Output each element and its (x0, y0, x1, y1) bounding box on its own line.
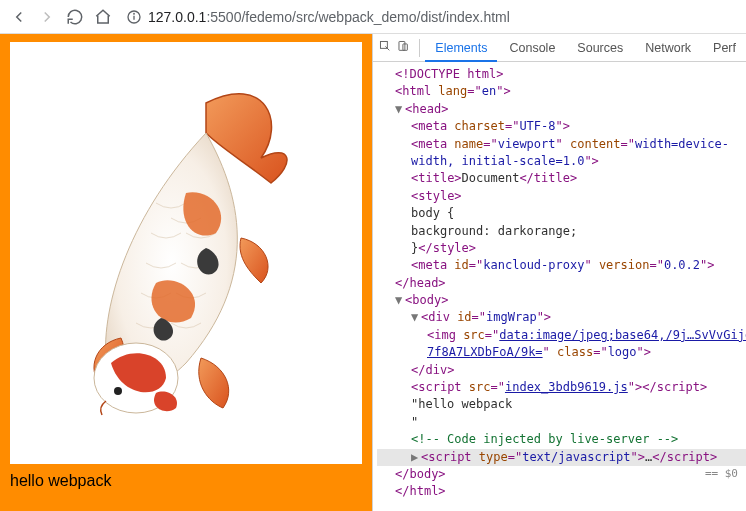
dom-node[interactable]: </body> (377, 466, 746, 483)
dom-node[interactable]: <style> (377, 188, 746, 205)
tab-console[interactable]: Console (499, 34, 565, 62)
dom-node[interactable]: <img src="data:image/jpeg;base64,/9j…SvV… (377, 327, 746, 344)
dom-text[interactable]: background: darkorange; (377, 223, 746, 240)
dom-tree[interactable]: <!DOCTYPE html> <html lang="en"> ▼<head>… (373, 62, 746, 511)
img-wrap (10, 42, 362, 464)
browser-toolbar: 127.0.0.1:5500/fedemo/src/webpack_demo/d… (0, 0, 746, 34)
page-viewport: hello webpack (0, 34, 372, 511)
hello-text: hello webpack (10, 472, 362, 490)
dom-node[interactable]: <meta name="viewport" content="width=dev… (377, 136, 746, 153)
dom-comment[interactable]: <!-- Code injected by live-server --> (377, 431, 746, 448)
site-info-icon[interactable] (126, 9, 142, 25)
device-toggle-icon[interactable] (397, 40, 409, 56)
dom-node[interactable]: <!DOCTYPE html> (377, 66, 746, 83)
dom-text[interactable]: " (377, 414, 746, 431)
dom-node[interactable]: <meta charset="UTF-8"> (377, 118, 746, 135)
tab-network[interactable]: Network (635, 34, 701, 62)
tab-elements[interactable]: Elements (425, 34, 497, 62)
devtools-tabbar: Elements Console Sources Network Perf (373, 34, 746, 62)
forward-button (38, 8, 56, 26)
svg-point-2 (134, 13, 135, 14)
dom-node[interactable]: <meta id="kancloud-proxy" version="0.0.2… (377, 257, 746, 274)
dom-node[interactable]: ▼<head> (377, 101, 746, 118)
url-text: 127.0.0.1:5500/fedemo/src/webpack_demo/d… (148, 9, 510, 25)
dom-node[interactable]: <script src="index_3bdb9619.js"></script… (377, 379, 746, 396)
dom-node[interactable]: <html lang="en"> (377, 83, 746, 100)
reload-button[interactable] (66, 8, 84, 26)
dom-node[interactable]: 7f8A7LXDbFoA/9k=" class="logo"> (377, 344, 746, 361)
svg-point-4 (114, 387, 122, 395)
inspect-icon[interactable] (379, 40, 391, 56)
dom-node[interactable]: <title>Document</title> (377, 170, 746, 187)
dom-text[interactable]: "hello webpack (377, 396, 746, 413)
dom-node-selected[interactable]: ▶<script type="text/javascript">…</scrip… (377, 449, 746, 466)
back-button[interactable] (10, 8, 28, 26)
dom-node[interactable]: </div> (377, 362, 746, 379)
dom-text[interactable]: body { (377, 205, 746, 222)
svg-rect-6 (399, 41, 405, 50)
address-bar[interactable]: 127.0.0.1:5500/fedemo/src/webpack_demo/d… (122, 9, 736, 25)
koi-image (36, 63, 336, 443)
dom-node[interactable]: ▼<body> (377, 292, 746, 309)
dom-node[interactable]: }</style> (377, 240, 746, 257)
dom-node[interactable]: </head> (377, 275, 746, 292)
devtools-panel: Elements Console Sources Network Perf <!… (372, 34, 746, 511)
tab-performance[interactable]: Perf (703, 34, 746, 62)
dom-node[interactable]: </html> (377, 483, 746, 500)
dom-node[interactable]: ▼<div id="imgWrap"> (377, 309, 746, 326)
tab-sources[interactable]: Sources (567, 34, 633, 62)
dom-node[interactable]: width, initial-scale=1.0"> (377, 153, 746, 170)
home-button[interactable] (94, 8, 112, 26)
